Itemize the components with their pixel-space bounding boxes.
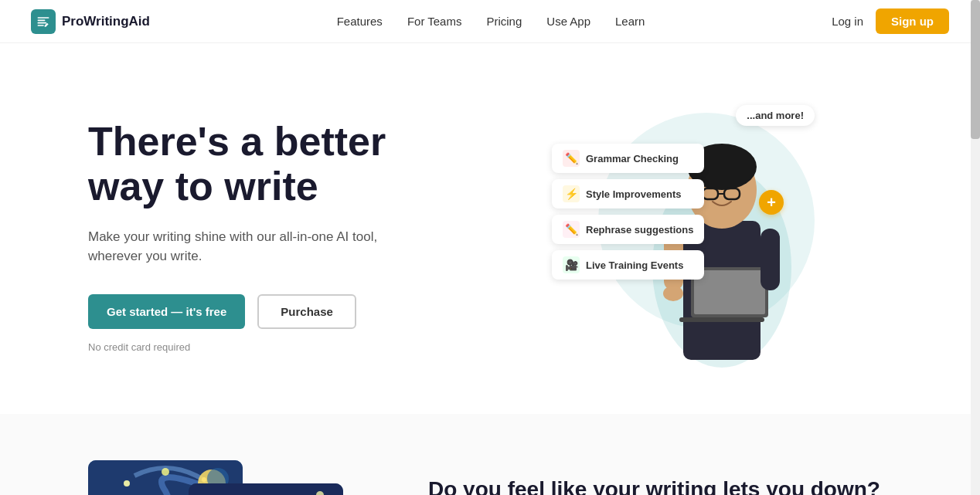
training-icon: 🎥 (563, 256, 580, 273)
svg-rect-8 (694, 270, 765, 314)
feature-cards: ✏️ Grammar Checking ⚡ Style Improvements… (552, 144, 704, 280)
painting-area: My idea in my head (88, 460, 366, 495)
login-button[interactable]: Log in (832, 15, 863, 28)
svg-point-12 (663, 286, 683, 301)
hero-title: There's a better way to write (88, 120, 475, 208)
rephrase-icon: ✏️ (563, 221, 580, 238)
plus-badge: + (759, 190, 784, 215)
nav-features[interactable]: Features (337, 15, 383, 28)
painting-card-2 (189, 483, 343, 495)
hero-section: There's a better way to write Make your … (26, 43, 954, 414)
nav-actions: Log in Sign up (832, 8, 949, 34)
hero-right: ...and more! ✏️ Grammar Checking ⚡ Style… (475, 90, 892, 383)
svg-rect-11 (761, 229, 780, 290)
svg-rect-9 (679, 317, 764, 322)
logo-link[interactable]: ProWritingAid (31, 9, 150, 34)
nav-pricing[interactable]: Pricing (486, 15, 522, 28)
second-right: Do you feel like your writing lets you d… (428, 460, 892, 495)
feature-card-grammar: ✏️ Grammar Checking (552, 144, 704, 173)
nav-links: Features For Teams Pricing Use App Learn (337, 15, 645, 29)
grammar-icon: ✏️ (563, 150, 580, 167)
hero-subtitle: Make your writing shine with our all-in-… (88, 227, 397, 266)
more-bubble: ...and more! (736, 105, 815, 126)
signup-button[interactable]: Sign up (876, 8, 949, 34)
navbar: ProWritingAid Features For Teams Pricing… (0, 0, 980, 43)
feature-card-rephrase: ✏️ Rephrase suggestions (552, 215, 704, 244)
get-started-button[interactable]: Get started — it's free (88, 294, 245, 329)
page-scrollbar[interactable] (971, 0, 980, 495)
nav-for-teams[interactable]: For Teams (407, 15, 462, 28)
feature-card-training: 🎥 Live Training Events (552, 250, 704, 280)
svg-point-15 (162, 468, 169, 476)
second-title: Do you feel like your writing lets you d… (428, 476, 892, 495)
svg-point-14 (124, 480, 130, 487)
hero-note: No credit card required (88, 341, 475, 353)
logo-icon (31, 9, 56, 34)
feature-card-style: ⚡ Style Improvements (552, 179, 704, 209)
second-section-inner: My idea in my head Do you feel like your… (26, 429, 954, 495)
second-section: My idea in my head Do you feel like your… (0, 414, 980, 495)
logo-text: ProWritingAid (62, 14, 150, 29)
hero-left: There's a better way to write Make your … (88, 120, 475, 352)
scrollbar-thumb[interactable] (971, 0, 980, 139)
purchase-button[interactable]: Purchase (257, 294, 356, 329)
nav-learn[interactable]: Learn (615, 15, 645, 28)
style-icon: ⚡ (563, 185, 580, 202)
nav-use-app[interactable]: Use App (546, 15, 590, 28)
hero-illustration: ...and more! ✏️ Grammar Checking ⚡ Style… (552, 97, 815, 375)
hero-buttons: Get started — it's free Purchase (88, 294, 475, 329)
